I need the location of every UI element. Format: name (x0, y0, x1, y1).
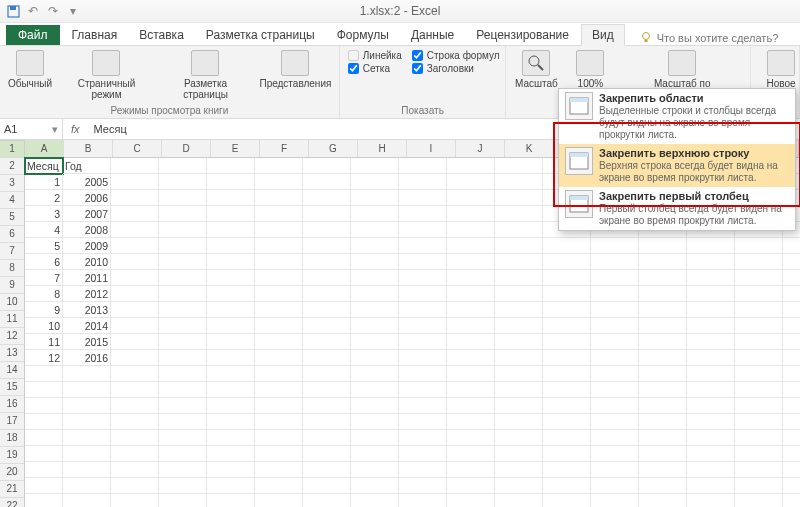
cell[interactable] (735, 462, 783, 478)
row-header[interactable]: 3 (0, 175, 24, 192)
cell[interactable] (159, 286, 207, 302)
cell[interactable] (399, 206, 447, 222)
formula-bar-checkbox[interactable]: Строка формул (412, 50, 500, 61)
cell[interactable] (351, 222, 399, 238)
cell[interactable] (639, 302, 687, 318)
cell[interactable] (543, 350, 591, 366)
cell[interactable] (783, 286, 800, 302)
cell[interactable]: 1 (25, 174, 63, 190)
cell[interactable] (783, 478, 800, 494)
cell[interactable] (111, 238, 159, 254)
cell[interactable] (207, 206, 255, 222)
cell[interactable] (159, 494, 207, 507)
cell[interactable] (351, 318, 399, 334)
freeze-option-0[interactable]: Закрепить областиВыделенные строки и сто… (559, 89, 795, 144)
cell[interactable]: 11 (25, 334, 63, 350)
cell[interactable] (447, 366, 495, 382)
cell[interactable] (447, 318, 495, 334)
cell[interactable] (639, 318, 687, 334)
cell[interactable] (639, 414, 687, 430)
column-header[interactable]: G (309, 140, 358, 157)
cell[interactable] (159, 270, 207, 286)
cell[interactable] (447, 270, 495, 286)
headings-checkbox[interactable]: Заголовки (412, 63, 500, 74)
cell[interactable] (495, 382, 543, 398)
cell[interactable] (25, 430, 63, 446)
cell[interactable] (159, 190, 207, 206)
cell[interactable] (447, 190, 495, 206)
cell[interactable] (543, 366, 591, 382)
cell[interactable] (303, 462, 351, 478)
cell[interactable] (447, 414, 495, 430)
cell[interactable] (399, 302, 447, 318)
cell[interactable] (687, 366, 735, 382)
cell[interactable]: 2015 (63, 334, 111, 350)
cell[interactable] (111, 222, 159, 238)
cell[interactable]: 6 (25, 254, 63, 270)
cell[interactable] (591, 430, 639, 446)
cell[interactable] (399, 414, 447, 430)
cell[interactable] (735, 446, 783, 462)
cell[interactable] (303, 206, 351, 222)
cell[interactable] (255, 462, 303, 478)
cell[interactable] (447, 382, 495, 398)
cell[interactable] (159, 398, 207, 414)
cell[interactable] (543, 318, 591, 334)
cell[interactable] (207, 462, 255, 478)
cell[interactable] (111, 430, 159, 446)
cell[interactable] (687, 350, 735, 366)
cell[interactable] (159, 382, 207, 398)
cell[interactable] (783, 350, 800, 366)
cell[interactable] (255, 254, 303, 270)
cell[interactable] (303, 238, 351, 254)
cell[interactable]: 2005 (63, 174, 111, 190)
cell[interactable] (495, 302, 543, 318)
cell[interactable] (783, 238, 800, 254)
cell[interactable] (255, 158, 303, 174)
view-custom-views-button[interactable]: Представления (256, 48, 335, 91)
cell[interactable]: Месяц (25, 158, 63, 174)
cell[interactable] (735, 254, 783, 270)
cell[interactable] (111, 158, 159, 174)
cell[interactable] (447, 174, 495, 190)
cell[interactable] (495, 238, 543, 254)
cell[interactable] (591, 286, 639, 302)
cell[interactable] (399, 398, 447, 414)
cell[interactable] (111, 174, 159, 190)
cell[interactable] (111, 350, 159, 366)
row-header[interactable]: 9 (0, 277, 24, 294)
cell[interactable] (591, 302, 639, 318)
column-header[interactable]: D (162, 140, 211, 157)
cell[interactable] (687, 302, 735, 318)
zoom-100-button[interactable]: 100% (564, 48, 616, 91)
column-header[interactable]: J (456, 140, 505, 157)
cell[interactable] (447, 254, 495, 270)
cell[interactable] (63, 366, 111, 382)
cell[interactable] (639, 366, 687, 382)
cell[interactable] (303, 366, 351, 382)
qat-customize-icon[interactable]: ▾ (66, 4, 80, 18)
cell[interactable] (111, 414, 159, 430)
cell[interactable] (399, 430, 447, 446)
cell[interactable] (207, 446, 255, 462)
cell[interactable] (207, 254, 255, 270)
cell[interactable] (447, 398, 495, 414)
cell[interactable] (495, 478, 543, 494)
cell[interactable] (399, 286, 447, 302)
cell[interactable] (543, 254, 591, 270)
cell[interactable] (495, 366, 543, 382)
cell[interactable] (447, 446, 495, 462)
save-icon[interactable] (6, 4, 20, 18)
cell[interactable] (543, 494, 591, 507)
cell[interactable] (207, 190, 255, 206)
cell[interactable] (63, 446, 111, 462)
cell[interactable] (591, 398, 639, 414)
cell[interactable] (303, 430, 351, 446)
cell[interactable] (25, 398, 63, 414)
cell[interactable] (255, 190, 303, 206)
cell[interactable] (255, 334, 303, 350)
cell[interactable] (639, 462, 687, 478)
row-header[interactable]: 16 (0, 396, 24, 413)
cell[interactable] (591, 366, 639, 382)
column-header[interactable]: H (358, 140, 407, 157)
